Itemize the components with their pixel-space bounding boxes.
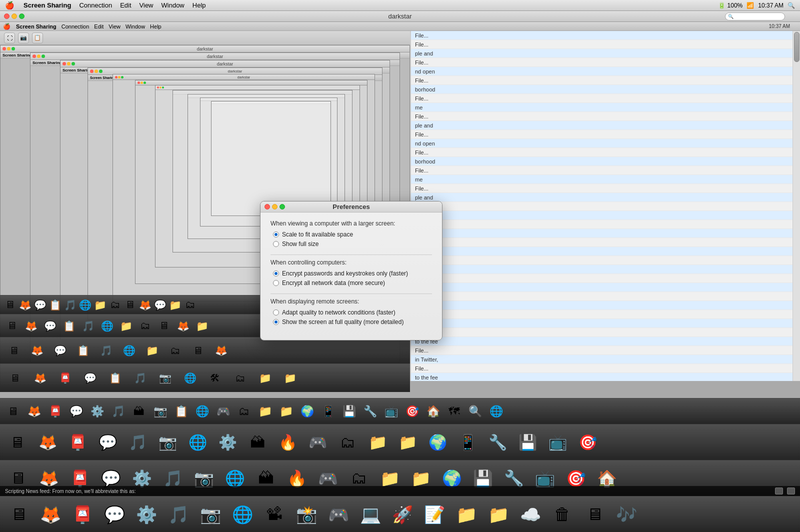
dock-firefox[interactable]: 🦊: [35, 499, 66, 530]
window-title-1: darkstar: [388, 12, 412, 20]
dock-folder1[interactable]: 📁: [451, 499, 482, 530]
dock-itunes[interactable]: 🎵: [163, 499, 194, 530]
scrollbar[interactable]: [792, 31, 800, 381]
menu-connection[interactable]: Connection: [75, 2, 116, 9]
content-row: File...: [411, 220, 800, 229]
menu-help[interactable]: Help: [188, 2, 210, 9]
dock-photos[interactable]: 📷: [195, 499, 226, 530]
dock-safari[interactable]: 🌐: [227, 499, 258, 530]
tunnel-title-0: darkstar: [197, 46, 214, 52]
toolbar-fullscreen-btn[interactable]: ⛶: [4, 32, 15, 44]
dock-prefs[interactable]: ⚙️: [131, 499, 162, 530]
content-row: File...: [411, 148, 800, 157]
content-row: ple and: [411, 49, 800, 58]
dock-vlc[interactable]: 📽: [259, 499, 290, 530]
prefs-section1-group: Scale to fit available space Show full s…: [270, 231, 432, 248]
menu-window[interactable]: Window: [158, 2, 188, 9]
content-row: File...: [411, 31, 800, 40]
content-row: File...: [411, 184, 800, 193]
radio-encrypt-all-btn[interactable]: [273, 280, 279, 286]
apple-logo-icon: 🍎: [5, 1, 14, 10]
toolbar-clipboard-btn[interactable]: 📋: [32, 32, 43, 44]
win-menu-view-1[interactable]: View: [106, 24, 123, 30]
win-menu-ss-1[interactable]: Screen Sharing: [14, 24, 59, 30]
prefs-section1-heading: When viewing a computer with a larger sc…: [270, 220, 432, 227]
close-button-1[interactable]: [4, 14, 10, 19]
win-menu-win-1[interactable]: Window: [123, 24, 148, 30]
win-menu-edit-1[interactable]: Edit: [92, 24, 106, 30]
main-dock-row-3: 🖥 🦊 📮 💬 🎵 📷 🌐 ⚙️ 🏔 🔥 🎮 🗂 📁 📁 🌍 📱 🔧 💾 📺 🎯: [0, 424, 800, 460]
content-row: File...: [411, 292, 800, 301]
clock: 10:37 AM: [758, 2, 784, 9]
prefs-radio-scale[interactable]: Scale to fit available space: [273, 231, 432, 238]
menu-edit[interactable]: Edit: [116, 2, 135, 9]
prefs-radio-adapt[interactable]: Adapt quality to network conditions (fas…: [273, 309, 432, 316]
prefs-divider-2: [270, 294, 432, 294]
content-row: File...: [411, 283, 800, 292]
dock-r4-finder[interactable]: 🖥: [3, 402, 23, 422]
content-row: File...: [411, 40, 800, 49]
prefs-close-btn[interactable]: [264, 204, 270, 210]
dock-trash[interactable]: 🗑: [547, 499, 578, 530]
dock-terminal[interactable]: 💻: [355, 499, 386, 530]
content-rows: File...File...ple andFile...nd openFile.…: [411, 31, 800, 381]
dock-flickr[interactable]: 📸: [291, 499, 322, 530]
content-row: File...: [411, 76, 800, 85]
prefs-radio-fullsize[interactable]: Show full size: [273, 240, 432, 248]
radio-fullsize-btn[interactable]: [273, 241, 279, 247]
outer-menubar: 🍎 Screen Sharing Connection Edit View Wi…: [0, 0, 800, 11]
content-row: in Twitter,: [411, 319, 800, 328]
dock-skype[interactable]: 💬: [99, 499, 130, 530]
content-row: File...: [411, 58, 800, 67]
prefs-max-btn[interactable]: [280, 204, 285, 210]
status-btn-1[interactable]: [775, 488, 783, 494]
minimize-button-1[interactable]: [12, 14, 17, 19]
app-name-label[interactable]: Screen Sharing: [20, 2, 75, 9]
search-icon[interactable]: 🔍: [788, 2, 795, 9]
win-menu-conn-1[interactable]: Connection: [59, 24, 92, 30]
win-searchbar-1[interactable]: 🔍: [725, 12, 785, 20]
win-menu-help-1[interactable]: Help: [148, 24, 164, 30]
content-row: borhood: [411, 157, 800, 166]
prefs-titlebar: Preferences: [260, 202, 442, 212]
dock-music2[interactable]: 🎶: [611, 499, 642, 530]
dock-monitor[interactable]: 🖥: [579, 499, 610, 530]
dock-cloud[interactable]: ☁️: [515, 499, 546, 530]
radio-scale-label: Scale to fit available space: [282, 231, 353, 238]
radio-fullquality-btn[interactable]: [273, 319, 279, 325]
toolbar-screenshot-btn[interactable]: 📷: [18, 32, 29, 44]
prefs-traffic-lights: [264, 204, 285, 210]
content-row: File...: [411, 301, 800, 310]
content-row: borhood: [411, 85, 800, 94]
radio-encrypt-all-label: Encrypt all network data (more secure): [282, 280, 385, 286]
prefs-min-btn[interactable]: [272, 204, 278, 210]
win-time-1: 10:37 AM: [769, 24, 790, 29]
radio-encrypt-fast-btn[interactable]: [273, 270, 279, 276]
dock-folder2[interactable]: 📁: [483, 499, 514, 530]
dock-finder[interactable]: 🖥: [3, 499, 34, 530]
radio-scale-btn[interactable]: [273, 232, 279, 238]
wifi-icon: 📶: [746, 2, 754, 9]
scrollbar-thumb[interactable]: [794, 32, 800, 62]
dock-mail[interactable]: 📮: [67, 499, 98, 530]
prefs-radio-fullquality[interactable]: Show the screen at full quality (more de…: [273, 318, 432, 326]
outer-window: darkstar 🍎 Screen Sharing Connection Edi…: [0, 11, 800, 532]
content-row: File...: [411, 247, 800, 256]
content-row: nd open: [411, 139, 800, 148]
prefs-radio-encrypt-all[interactable]: Encrypt all network data (more secure): [273, 280, 432, 286]
radio-adapt-btn[interactable]: [273, 310, 279, 316]
window-chrome-1: darkstar: [0, 11, 800, 22]
dock-notes[interactable]: 📝: [419, 499, 450, 530]
main-dock-row-4: 🖥 🦊 📮 💬 ⚙️ 🎵 🏔 📷 📋 🌐 🎮 🗂 📁 📁 🌍 📱 💾 🔧 📺 🎯…: [0, 398, 800, 424]
prefs-section3-group: Adapt quality to network conditions (fas…: [270, 309, 432, 326]
dock-arrow[interactable]: 🚀: [387, 499, 418, 530]
status-btn-2[interactable]: [787, 488, 795, 494]
content-row: File...: [411, 238, 800, 247]
dock-game[interactable]: 🎮: [323, 499, 354, 530]
content-row: File...: [411, 274, 800, 283]
prefs-section2-heading: When controlling computers:: [270, 259, 432, 266]
content-row: File...: [411, 94, 800, 103]
menu-view[interactable]: View: [136, 2, 158, 9]
prefs-radio-encrypt-fast[interactable]: Encrypt passwords and keystrokes only (f…: [273, 270, 432, 277]
maximize-button-1[interactable]: [19, 14, 24, 19]
